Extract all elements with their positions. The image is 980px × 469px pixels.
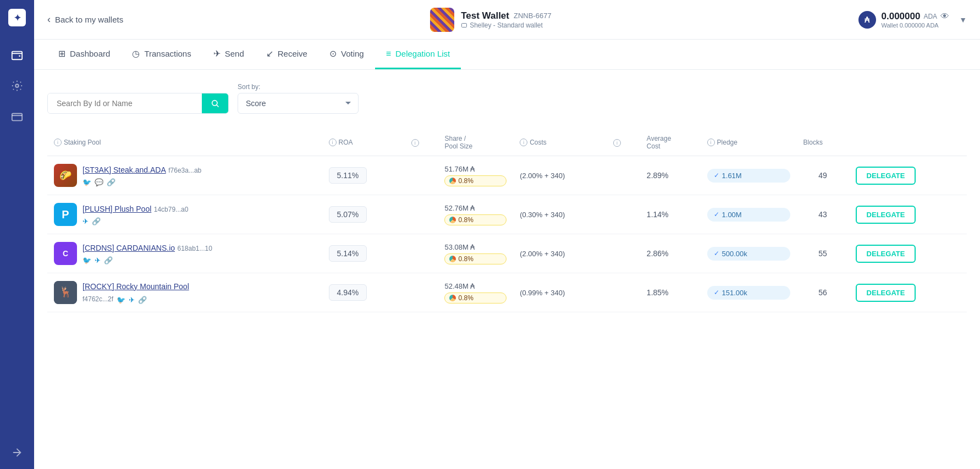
roa-cell-rocky: 4.94%: [322, 273, 405, 312]
share-cell-rocky: 52.48M ₳ 0.8%: [438, 273, 513, 312]
info-cell2-plush: [607, 195, 640, 234]
wallet-balance-block: ₳ 0.000000 ADA 👁 Wallet 0.000000 ADA ▼: [858, 11, 967, 29]
link-icon-crdns[interactable]: 🔗: [104, 256, 113, 264]
wallet-id: ZNNB-6677: [514, 12, 552, 20]
sidebar-item-wallet[interactable]: [9, 47, 25, 63]
telegram-icon-crdns[interactable]: ✈: [95, 256, 101, 264]
pool-name-link-crdns[interactable]: [CRDNS] CARDANIANS.io: [82, 244, 175, 252]
sort-label: Sort by:: [238, 83, 359, 91]
action-cell-plush: DELEGATE: [849, 195, 967, 234]
avg-cost-cell-crdns: 2.86%: [640, 234, 701, 273]
sort-select[interactable]: Score ROA Pool Size Pledge Costs: [238, 93, 359, 114]
costs-value-rocky: (0.99% + 340): [520, 289, 565, 297]
pool-name-block-plush: [PLUSH] Plush Pool 14cb79...a0 ✈ 🔗: [82, 204, 188, 225]
tab-send-label: Send: [225, 49, 244, 58]
delegate-button-st3ak[interactable]: DELEGATE: [856, 167, 916, 185]
col-info5: i: [607, 129, 640, 156]
pool-name-link-plush[interactable]: [PLUSH] Plush Pool: [82, 205, 151, 213]
col-staking-pool-label: Staking Pool: [64, 139, 101, 146]
sidebar-expand[interactable]: [9, 445, 25, 460]
wallet-text: Test Wallet ZNNB-6677 Shelley - Standard…: [461, 10, 552, 29]
wallet-info-block: Test Wallet ZNNB-6677 Shelley - Standard…: [430, 8, 552, 32]
share-cell-st3ak: 51.76M ₳ 0.8%: [438, 156, 513, 195]
col-pledge-label: Pledge: [717, 139, 737, 146]
tab-receive[interactable]: ↙ Receive: [255, 40, 318, 69]
link-icon-st3ak[interactable]: 🔗: [107, 178, 115, 186]
delegate-button-rocky[interactable]: DELEGATE: [856, 284, 916, 302]
col-share-pool-size: Share /Pool Size: [438, 129, 513, 156]
wallet-type: Shelley - Standard wallet: [461, 21, 552, 29]
twitter-icon-rocky[interactable]: 🐦: [117, 296, 125, 304]
nav-tabs: ⊞ Dashboard ◷ Transactions ✈ Send ↙ Rece…: [34, 40, 980, 70]
pledge-info-icon[interactable]: i: [707, 139, 715, 146]
back-to-wallets-label: Back to my wallets: [55, 15, 123, 24]
search-button[interactable]: [202, 93, 228, 113]
share-cell-plush: 52.76M ₳ 0.8%: [438, 195, 513, 234]
share-cell-crdns: 53.08M ₳ 0.8%: [438, 234, 513, 273]
search-row: Sort by: Score ROA Pool Size Pledge Cost…: [47, 83, 967, 114]
back-to-wallets-link[interactable]: ‹ Back to my wallets: [47, 14, 123, 25]
sidebar-item-cards[interactable]: [9, 109, 25, 124]
wallet-dropdown-icon[interactable]: ▼: [959, 15, 967, 24]
link-icon-rocky[interactable]: 🔗: [138, 296, 147, 304]
share-amount-crdns: 53.08M ₳: [444, 243, 506, 251]
telegram-icon-rocky[interactable]: ✈: [129, 296, 135, 304]
dashboard-icon: ⊞: [58, 48, 65, 59]
link-icon-plush[interactable]: 🔗: [92, 217, 101, 225]
social-icons-rocky: 🐦 ✈ 🔗: [117, 296, 147, 304]
sidebar-item-settings[interactable]: [9, 78, 25, 93]
toggle-balance-icon[interactable]: 👁: [940, 12, 949, 21]
social-icons-st3ak: 🐦 💬 🔗: [82, 178, 201, 186]
share-pct-badge-crdns: 0.8%: [444, 253, 506, 264]
pool-id-plush: 14cb79...a0: [154, 206, 189, 213]
costs-cell-rocky: (0.99% + 340): [513, 273, 607, 312]
action-cell-st3ak: DELEGATE: [849, 156, 967, 195]
costs-info-icon[interactable]: i: [520, 139, 527, 146]
tab-voting[interactable]: ⊙ Voting: [318, 40, 375, 69]
check-icon-crdns: ✓: [714, 250, 719, 257]
discord-icon-st3ak[interactable]: 💬: [95, 178, 103, 186]
wallet-avatar: [430, 8, 454, 32]
avg-cost-value-crdns: 2.86%: [647, 249, 669, 258]
roa-badge-st3ak: 5.11%: [329, 167, 367, 184]
share-pct-crdns: 0.8%: [458, 255, 473, 263]
delegate-button-plush[interactable]: DELEGATE: [856, 206, 916, 224]
tab-voting-label: Voting: [341, 49, 364, 58]
pool-name-block-crdns: [CRDNS] CARDANIANS.io 618ab1...10 🐦 ✈ 🔗: [82, 243, 212, 264]
share-pct-badge-rocky: 0.8%: [444, 293, 506, 304]
roa-cell-crdns: 5.14%: [322, 234, 405, 273]
tab-send[interactable]: ✈ Send: [202, 40, 255, 69]
blocks-cell-crdns: 55: [797, 234, 849, 273]
pool-id-st3ak: f76e3a...ab: [168, 167, 201, 174]
app-logo[interactable]: ✦: [8, 9, 26, 26]
costs-value-crdns: (2.00% + 340): [520, 250, 565, 258]
check-icon-rocky: ✓: [714, 289, 719, 296]
col-info5-icon[interactable]: i: [613, 139, 621, 147]
pledge-badge-rocky: ✓ 151.00k: [707, 286, 790, 300]
costs-value-plush: (0.30% + 340): [520, 211, 565, 219]
info-cell-rocky: [405, 273, 438, 312]
sort-block: Sort by: Score ROA Pool Size Pledge Cost…: [238, 83, 359, 114]
tab-delegation-list[interactable]: ≡ Delegation List: [375, 40, 461, 69]
pool-name-link-rocky[interactable]: [ROCKY] Rocky Mountain Pool: [82, 282, 189, 291]
twitter-icon-crdns[interactable]: 🐦: [82, 256, 91, 264]
table-row: P [PLUSH] Plush Pool 14cb79...a0 ✈ 🔗: [47, 195, 967, 234]
avg-cost-value-rocky: 1.85%: [647, 288, 669, 297]
telegram-icon-plush[interactable]: ✈: [82, 217, 89, 225]
twitter-icon-st3ak[interactable]: 🐦: [82, 178, 91, 186]
tab-dashboard-label: Dashboard: [70, 49, 110, 58]
search-input[interactable]: [48, 93, 202, 113]
delegate-button-crdns[interactable]: DELEGATE: [856, 245, 916, 263]
staking-pool-info-icon[interactable]: i: [54, 139, 62, 146]
tab-dashboard[interactable]: ⊞ Dashboard: [47, 40, 121, 69]
wallet-balance-sub: Wallet 0.000000 ADA: [882, 22, 950, 29]
tab-transactions[interactable]: ◷ Transactions: [121, 40, 202, 69]
ada-currency-icon: ₳: [858, 11, 876, 29]
balance-currency: ADA: [923, 13, 937, 20]
col-info2-icon[interactable]: i: [411, 139, 419, 147]
pool-table: i Staking Pool i ROA i Share: [47, 129, 967, 312]
info-cell2-st3ak: [607, 156, 640, 195]
costs-cell-plush: (0.30% + 340): [513, 195, 607, 234]
roa-info-icon[interactable]: i: [329, 139, 337, 146]
pool-name-link-st3ak[interactable]: [ST3AK] Steak.and.ADA: [82, 165, 166, 174]
